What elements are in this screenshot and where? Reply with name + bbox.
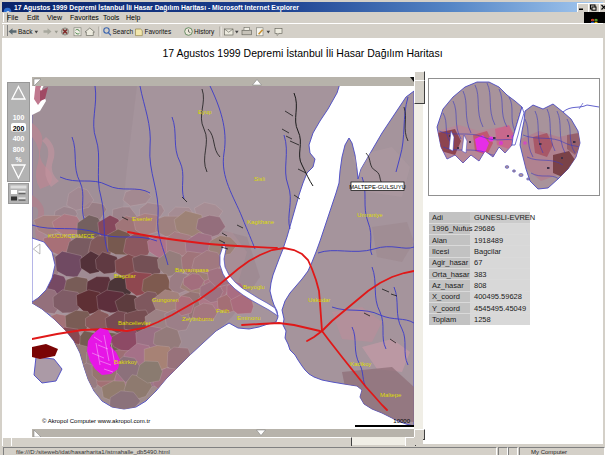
svg-text:© Akropol Computer www.akropol: © Akropol Computer www.akropol.com.tr [42, 418, 150, 424]
svg-text:Kagithane: Kagithane [247, 219, 275, 225]
svg-text:Eyup: Eyup [198, 109, 212, 115]
svg-text:Maltepe: Maltepe [380, 392, 402, 398]
svg-text:Gungoren: Gungoren [152, 297, 179, 303]
svg-text:100: 100 [13, 114, 25, 121]
svg-text:KUCUKCEKMECE: KUCUKCEKMECE [48, 233, 95, 239]
svg-text:Bahcelievler: Bahcelievler [118, 320, 151, 326]
svg-text:200: 200 [13, 125, 25, 132]
svg-text:Beyoglu: Beyoglu [243, 284, 265, 290]
svg-text:800: 800 [13, 146, 25, 153]
svg-text:Sisli: Sisli [254, 176, 265, 182]
svg-text:Uskudar: Uskudar [308, 297, 330, 303]
svg-text:Esenler: Esenler [132, 216, 152, 222]
svg-text:Search: Search [113, 28, 134, 35]
svg-text:Zeytinburnu: Zeytinburnu [182, 316, 214, 322]
svg-text:History: History [194, 28, 215, 36]
svg-text:Bagcilar: Bagcilar [114, 273, 136, 279]
svg-text:Back: Back [18, 28, 33, 35]
svg-text:400: 400 [13, 135, 25, 142]
svg-text:Bayrampasa: Bayrampasa [175, 267, 209, 273]
svg-text:Kadikoy: Kadikoy [350, 361, 371, 367]
svg-text:Eminonu: Eminonu [237, 315, 261, 321]
svg-text:Favorites: Favorites [145, 28, 172, 35]
svg-text:Bakirkoy: Bakirkoy [114, 359, 137, 365]
svg-text:%: % [15, 156, 22, 163]
svg-text:Umraniye: Umraniye [357, 212, 383, 218]
svg-text:10000: 10000 [393, 418, 410, 424]
svg-text:Fatih: Fatih [216, 308, 229, 314]
svg-text:MALTEPE-GULSUYU: MALTEPE-GULSUYU [349, 184, 406, 190]
